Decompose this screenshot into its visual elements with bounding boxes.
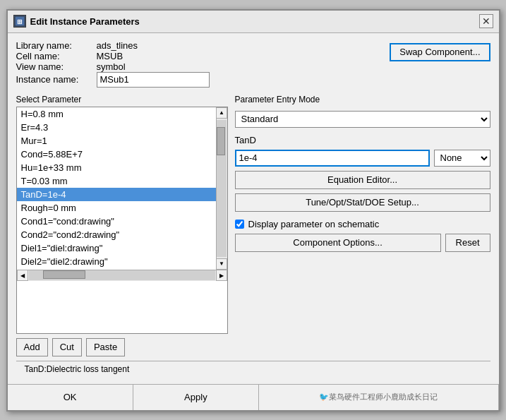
left-panel: Select Parameter H=0.8 mmEr=4.3Mur=1Cond… (16, 95, 228, 356)
display-label: Display parameter on schematic (248, 219, 380, 229)
entry-mode-label: Parameter Entry Mode (235, 95, 490, 104)
param-list-item[interactable]: Mur=1 (17, 134, 216, 148)
header-section: Library name: ads_tlines Cell name: MSUB… (16, 40, 490, 88)
h-scroll-thumb[interactable] (43, 270, 85, 279)
cell-row: Cell name: MSUB (16, 51, 390, 61)
instance-label: Instance name: (16, 74, 94, 85)
cell-label: Cell name: (16, 51, 94, 61)
param-list-item[interactable]: T=0.03 mm (17, 174, 216, 188)
ok-button[interactable]: OK (8, 385, 133, 410)
title-bar-left: ⊞ Edit Instance Parameters (13, 15, 140, 28)
param-list-item[interactable]: Hu=1e+33 mm (17, 161, 216, 174)
param-list-container: H=0.8 mmEr=4.3Mur=1Cond=5.88E+7Hu=1e+33 … (16, 107, 228, 334)
select-parameter-label: Select Parameter (16, 95, 228, 104)
display-checkbox-row: Display parameter on schematic (235, 219, 490, 229)
scroll-track (217, 120, 227, 257)
param-list-item[interactable]: Cond=5.88E+7 (17, 148, 216, 161)
param-list-item[interactable]: Diel2="diel2:drawing" (17, 255, 216, 268)
scroll-left-arrow[interactable]: ◀ (17, 270, 28, 281)
param-entry-section: Parameter Entry Mode Standard Advanced T… (235, 95, 490, 252)
tune-button[interactable]: Tune/Opt/Stat/DOE Setup... (235, 193, 490, 212)
param-list-item[interactable]: Rough=0 mm (17, 201, 216, 215)
title-bar: ⊞ Edit Instance Parameters ✕ (8, 11, 499, 33)
param-list-item[interactable]: Cond2="cond2:drawing" (17, 228, 216, 241)
unit-select[interactable]: None mm um mil (434, 150, 490, 167)
add-button[interactable]: Add (16, 338, 48, 356)
dialog-body: Library name: ads_tlines Cell name: MSUB… (8, 33, 499, 384)
library-row: Library name: ads_tlines (16, 40, 390, 51)
watermark-button[interactable]: 🐦菜鸟硬件工程师小鹿助成长日记 (259, 385, 499, 410)
scroll-thumb[interactable] (217, 127, 225, 155)
h-scroll-track (29, 270, 215, 280)
scroll-up-arrow[interactable]: ▲ (216, 107, 227, 119)
svg-text:⊞: ⊞ (17, 18, 23, 25)
param-value-row: None mm um mil (235, 150, 490, 167)
entry-mode-dropdown-wrap: Standard Advanced (235, 111, 490, 128)
options-reset-row: Component Options... Reset (235, 234, 490, 252)
cell-value: MSUB (97, 51, 124, 61)
param-list-item[interactable]: TanD=1e-4 (17, 188, 216, 201)
dialog-icon: ⊞ (13, 15, 26, 28)
bottom-buttons: OK Apply 🐦菜鸟硬件工程师小鹿助成长日记 (8, 384, 499, 410)
status-bar: TanD:Dielectric loss tangent (16, 361, 490, 377)
equation-editor-button[interactable]: Equation Editor... (235, 171, 490, 189)
component-options-button[interactable]: Component Options... (235, 234, 441, 252)
scroll-right-arrow[interactable]: ▶ (216, 270, 227, 281)
status-text: TanD:Dielectric loss tangent (25, 364, 130, 374)
entry-mode-select[interactable]: Standard Advanced (235, 111, 490, 128)
instance-name-input[interactable] (97, 72, 210, 88)
scroll-down-arrow[interactable]: ▼ (216, 258, 227, 270)
close-button[interactable]: ✕ (479, 14, 493, 28)
swap-component-button[interactable]: Swap Component... (390, 43, 490, 61)
reset-button[interactable]: Reset (445, 234, 490, 252)
param-name-display: TanD (235, 135, 490, 145)
dialog-title: Edit Instance Parameters (30, 16, 140, 27)
horizontal-scrollbar: ◀ ▶ (17, 270, 227, 281)
main-panels: Select Parameter H=0.8 mmEr=4.3Mur=1Cond… (16, 95, 490, 356)
view-value: symbol (97, 61, 126, 72)
list-buttons: Add Cut Paste (16, 338, 228, 356)
edit-instance-dialog: ⊞ Edit Instance Parameters ✕ Library nam… (6, 9, 500, 412)
instance-row: Instance name: (16, 72, 390, 88)
right-panel: Parameter Entry Mode Standard Advanced T… (235, 95, 490, 356)
header-right: Swap Component... (390, 40, 490, 61)
view-row: View name: symbol (16, 61, 390, 72)
library-value: ads_tlines (97, 40, 138, 51)
param-list-item[interactable]: H=0.8 mm (17, 107, 216, 121)
param-list-item[interactable]: Cond1="cond:drawing" (17, 215, 216, 228)
param-value-input[interactable] (235, 150, 430, 167)
list-scrollbar: ▲ ▼ (216, 107, 227, 270)
param-list-item[interactable]: Diel1="diel:drawing" (17, 241, 216, 255)
param-list: H=0.8 mmEr=4.3Mur=1Cond=5.88E+7Hu=1e+33 … (17, 107, 216, 270)
display-checkbox[interactable] (235, 220, 244, 229)
apply-button[interactable]: Apply (133, 385, 259, 410)
cut-button[interactable]: Cut (52, 338, 82, 356)
library-label: Library name: (16, 40, 94, 51)
param-list-item[interactable]: Er=4.3 (17, 121, 216, 134)
view-label: View name: (16, 61, 94, 72)
paste-button[interactable]: Paste (86, 338, 125, 356)
header-left: Library name: ads_tlines Cell name: MSUB… (16, 40, 390, 88)
